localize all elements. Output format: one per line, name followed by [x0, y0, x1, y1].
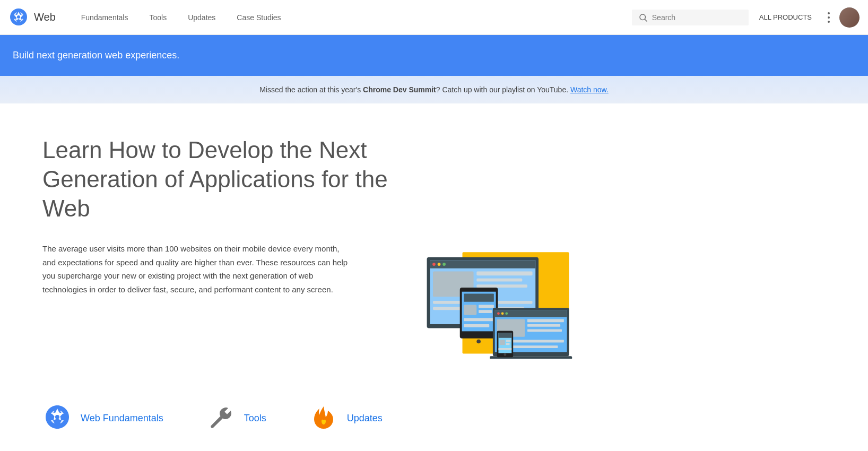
svg-point-48	[55, 415, 59, 419]
search-input[interactable]	[652, 13, 737, 22]
svg-rect-21	[464, 305, 476, 315]
avatar-image	[839, 7, 860, 28]
announcement-prefix: Missed the action at this year's	[259, 85, 363, 94]
svg-rect-42	[498, 333, 511, 338]
nav-right: ALL PRODUCTS	[632, 7, 860, 28]
more-options-icon[interactable]	[822, 11, 835, 24]
tools-label: Tools	[244, 413, 266, 424]
nav-link-updates[interactable]: Updates	[179, 9, 224, 26]
svg-rect-22	[479, 305, 494, 308]
svg-point-26	[476, 340, 481, 344]
svg-point-30	[497, 312, 500, 315]
bottom-section: Web Fundamentals Tools Updates	[0, 382, 868, 433]
navbar: Web Fundamentals Tools Updates Case Stud…	[0, 0, 868, 35]
devices-illustration	[382, 242, 578, 359]
nav-links: Fundamentals Tools Updates Case Studies	[73, 9, 632, 26]
svg-rect-25	[464, 324, 489, 327]
updates-icon	[309, 403, 338, 433]
svg-rect-45	[506, 343, 510, 345]
bottom-item-tools[interactable]: Tools	[206, 403, 266, 433]
svg-rect-35	[527, 324, 560, 327]
svg-line-2	[645, 19, 647, 21]
svg-rect-13	[476, 284, 527, 288]
content-row: The average user visits more than 100 we…	[42, 242, 700, 361]
svg-point-47	[504, 353, 506, 356]
svg-point-32	[505, 312, 508, 315]
avatar[interactable]	[839, 7, 860, 28]
svg-rect-6	[430, 260, 535, 268]
svg-point-8	[438, 263, 441, 266]
svg-rect-11	[476, 271, 532, 275]
web-logo-icon	[8, 7, 29, 28]
main-heading: Learn How to Develop the Next Generation…	[42, 135, 414, 223]
bottom-item-web-fundamentals[interactable]: Web Fundamentals	[42, 403, 163, 433]
svg-rect-20	[464, 294, 493, 302]
site-title: Web	[34, 11, 56, 23]
svg-point-9	[442, 263, 446, 266]
svg-rect-43	[500, 340, 505, 345]
bottom-item-updates[interactable]: Updates	[309, 403, 383, 433]
web-fundamentals-icon	[42, 403, 72, 433]
watch-now-link[interactable]: Watch now.	[570, 85, 609, 94]
announcement-middle: ? Catch up with our playlist on YouTube.	[436, 85, 570, 94]
svg-rect-34	[527, 319, 564, 322]
announcement-text: Missed the action at this year's Chrome …	[259, 85, 609, 94]
content-text: The average user visits more than 100 we…	[42, 242, 350, 296]
main-content: Learn How to Develop the Next Generation…	[0, 103, 743, 382]
content-illustration	[382, 242, 578, 361]
announcement-bar: Missed the action at this year's Chrome …	[0, 76, 868, 103]
svg-point-0	[17, 15, 20, 19]
svg-rect-44	[506, 340, 511, 342]
search-container[interactable]	[632, 10, 749, 25]
nav-logo[interactable]: Web	[8, 7, 56, 28]
search-icon	[638, 13, 648, 22]
hero-banner-text: Build next generation web experiences.	[13, 50, 179, 60]
all-products-button[interactable]: ALL PRODUCTS	[753, 9, 818, 25]
svg-rect-24	[464, 318, 493, 321]
svg-rect-23	[479, 310, 492, 313]
nav-link-fundamentals[interactable]: Fundamentals	[73, 9, 137, 26]
announcement-bold: Chrome Dev Summit	[363, 85, 436, 94]
tools-icon	[206, 403, 236, 433]
svg-point-7	[432, 263, 436, 266]
content-paragraph: The average user visits more than 100 we…	[42, 242, 350, 296]
web-fundamentals-label: Web Fundamentals	[81, 413, 163, 424]
nav-link-case-studies[interactable]: Case Studies	[228, 9, 289, 26]
svg-rect-36	[527, 329, 562, 332]
svg-point-1	[640, 14, 646, 20]
hero-banner: Build next generation web experiences.	[0, 35, 868, 76]
svg-rect-46	[498, 348, 511, 350]
updates-label: Updates	[347, 413, 383, 424]
nav-link-tools[interactable]: Tools	[141, 9, 175, 26]
svg-rect-12	[476, 279, 522, 282]
svg-point-31	[501, 312, 504, 315]
